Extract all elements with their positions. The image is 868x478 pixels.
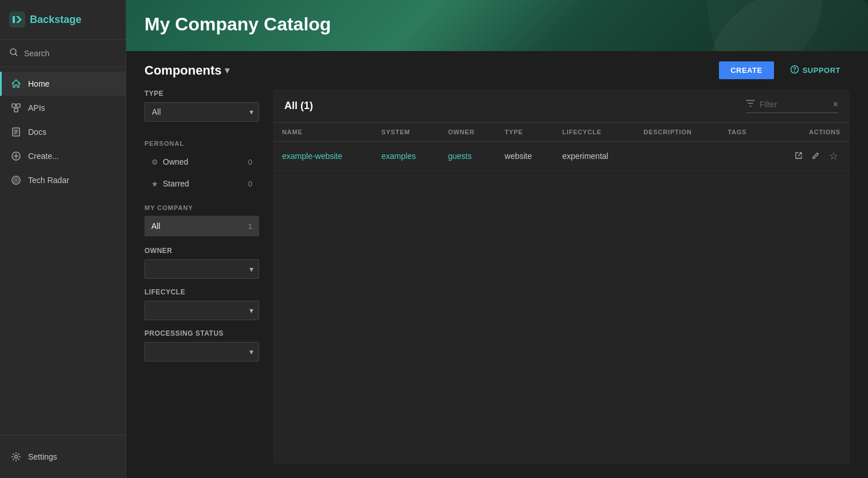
sidebar: Backstage Search Home <box>0 0 126 478</box>
row-system-link[interactable]: examples <box>381 151 416 161</box>
gear-icon: ⚙ <box>151 158 158 166</box>
page-header: My Company Catalog <box>126 0 868 51</box>
filters-panel: Type All Service Website Library PERSONA… <box>144 90 259 464</box>
filter-icon <box>746 99 755 110</box>
filter-owned[interactable]: ⚙ Owned 0 <box>144 151 259 172</box>
sidebar-item-home[interactable]: Home <box>0 72 126 96</box>
all-filter-label: All <box>151 221 161 231</box>
cell-owner: guests <box>439 142 495 171</box>
row-edit-button[interactable] <box>810 150 822 162</box>
my-company-section-title: MY COMPANY <box>144 195 259 216</box>
col-actions: ACTIONS <box>765 123 850 142</box>
type-select[interactable]: All Service Website Library <box>144 102 259 122</box>
cell-type: website <box>495 142 553 171</box>
cell-tags <box>718 142 765 171</box>
sidebar-item-apis-label: APIs <box>28 103 45 112</box>
sidebar-item-settings[interactable]: Settings <box>0 445 126 469</box>
filter-starred[interactable]: ★ Starred 0 <box>144 173 259 194</box>
table-body: example-website examples guests website … <box>273 142 850 171</box>
create-icon <box>11 151 21 161</box>
col-owner: OWNER <box>439 123 495 142</box>
col-type: TYPE <box>495 123 553 142</box>
sidebar-item-docs-label: Docs <box>28 127 46 137</box>
sidebar-logo: Backstage <box>0 0 126 40</box>
lifecycle-select[interactable] <box>144 301 259 320</box>
svg-rect-5 <box>14 108 18 112</box>
components-dropdown[interactable]: Components ▾ <box>144 63 229 78</box>
support-label: SUPPORT <box>803 66 840 75</box>
col-name: NAME <box>273 123 372 142</box>
table-filter-input[interactable] <box>760 100 828 109</box>
components-label-text: Components <box>144 63 221 78</box>
table-filter-wrapper: × <box>746 99 838 113</box>
home-icon <box>11 79 21 89</box>
processing-status-select[interactable] <box>144 342 259 362</box>
support-button[interactable]: ? SUPPORT <box>781 60 850 80</box>
starred-count: 0 <box>248 180 252 188</box>
owner-select[interactable] <box>144 259 259 279</box>
lifecycle-filter-label: LIFECYCLE <box>144 288 259 296</box>
components-dropdown-arrow: ▾ <box>225 65 229 76</box>
sidebar-nav: Home APIs Docs <box>0 67 126 435</box>
cell-description <box>635 142 719 171</box>
owner-filter-group: OWNER <box>144 247 259 279</box>
sidebar-item-create-label: Create... <box>28 151 59 161</box>
type-select-wrapper: All Service Website Library <box>144 102 259 122</box>
sidebar-logo-text: Backstage <box>30 14 81 26</box>
owned-count: 0 <box>248 158 252 166</box>
star-icon: ★ <box>151 180 158 188</box>
create-button[interactable]: CREATE <box>719 61 773 79</box>
col-description: DESCRIPTION <box>635 123 719 142</box>
row-star-button[interactable]: ☆ <box>827 149 840 164</box>
all-count: 1 <box>248 222 252 231</box>
svg-line-2 <box>15 54 17 56</box>
toolbar-actions: CREATE ? SUPPORT <box>719 60 850 80</box>
support-icon: ? <box>790 65 799 76</box>
cell-actions: ☆ <box>765 142 850 171</box>
owner-select-wrapper <box>144 259 259 279</box>
personal-section-title: PERSONAL <box>144 131 259 151</box>
row-external-link-button[interactable] <box>792 150 805 162</box>
sidebar-item-tech-radar[interactable]: Tech Radar <box>0 168 126 192</box>
backstage-logo-icon <box>9 11 25 28</box>
filter-clear-button[interactable]: × <box>833 100 838 109</box>
toolbar: Components ▾ CREATE ? SUPPORT <box>126 51 868 90</box>
page-title: My Company Catalog <box>144 14 850 35</box>
col-lifecycle: LIFECYCLE <box>553 123 635 142</box>
search-label: Search <box>24 49 49 58</box>
table-row: example-website examples guests website … <box>273 142 850 171</box>
cell-system: examples <box>372 142 439 171</box>
lifecycle-select-wrapper <box>144 301 259 320</box>
apis-icon <box>11 103 21 113</box>
table-head: NAME SYSTEM OWNER TYPE LIFECYCLE DESCRIP… <box>273 123 850 142</box>
row-name-link[interactable]: example-website <box>282 151 342 161</box>
type-filter-label: Type <box>144 90 259 98</box>
row-owner-link[interactable]: guests <box>448 151 471 161</box>
owned-label: Owned <box>163 157 188 166</box>
type-filter-group: Type All Service Website Library <box>144 90 259 122</box>
owner-filter-label: OWNER <box>144 247 259 255</box>
filter-all[interactable]: All 1 <box>144 216 259 236</box>
settings-icon <box>11 452 21 462</box>
table-area: All (1) × NAME <box>273 90 850 464</box>
sidebar-search[interactable]: Search <box>0 40 126 67</box>
catalog-table: NAME SYSTEM OWNER TYPE LIFECYCLE DESCRIP… <box>273 123 850 171</box>
docs-icon <box>11 127 21 137</box>
sidebar-item-tech-radar-label: Tech Radar <box>28 176 69 185</box>
processing-status-select-wrapper <box>144 342 259 362</box>
cell-name: example-website <box>273 142 372 171</box>
svg-point-15 <box>15 180 17 181</box>
lifecycle-filter-group: LIFECYCLE <box>144 288 259 320</box>
radar-icon <box>11 175 21 185</box>
sidebar-item-create[interactable]: Create... <box>0 144 126 168</box>
sidebar-item-apis[interactable]: APIs <box>0 96 126 120</box>
processing-status-filter-group: PROCESSING STATUS <box>144 329 259 362</box>
svg-rect-0 <box>9 11 25 28</box>
main-body: Type All Service Website Library PERSONA… <box>126 90 868 478</box>
search-icon <box>9 48 18 59</box>
col-system: SYSTEM <box>372 123 439 142</box>
svg-rect-3 <box>12 104 15 107</box>
table-header: NAME SYSTEM OWNER TYPE LIFECYCLE DESCRIP… <box>273 123 850 142</box>
sidebar-item-home-label: Home <box>28 79 49 88</box>
sidebar-item-docs[interactable]: Docs <box>0 120 126 144</box>
